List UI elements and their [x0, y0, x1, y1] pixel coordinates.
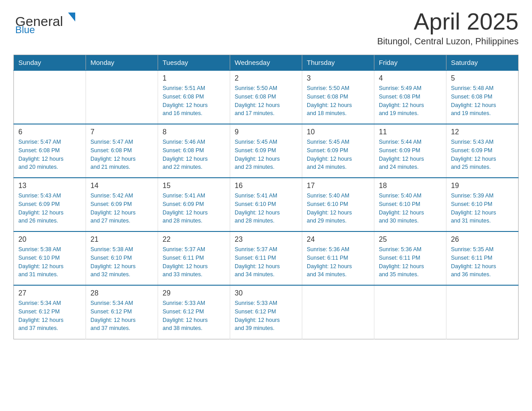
calendar-cell: 14Sunrise: 5:42 AMSunset: 6:09 PMDayligh…: [86, 178, 158, 231]
day-number: 5: [451, 74, 514, 82]
calendar-header-friday: Friday: [374, 55, 446, 71]
calendar-cell: [446, 285, 519, 339]
day-number: 7: [90, 128, 153, 136]
day-number: 24: [307, 235, 369, 244]
calendar-cell: 29Sunrise: 5:33 AMSunset: 6:12 PMDayligh…: [158, 285, 230, 339]
calendar-cell: 12Sunrise: 5:43 AMSunset: 6:09 PMDayligh…: [446, 124, 519, 178]
calendar-cell: 24Sunrise: 5:36 AMSunset: 6:11 PMDayligh…: [302, 231, 374, 285]
calendar-cell: 19Sunrise: 5:39 AMSunset: 6:10 PMDayligh…: [446, 178, 519, 231]
calendar-cell: [302, 285, 374, 339]
day-number: 11: [379, 128, 442, 136]
calendar-cell: [374, 285, 446, 339]
day-info: Sunrise: 5:37 AMSunset: 6:11 PMDaylight:…: [163, 245, 225, 279]
calendar-cell: 16Sunrise: 5:41 AMSunset: 6:10 PMDayligh…: [230, 178, 302, 231]
day-info: Sunrise: 5:46 AMSunset: 6:08 PMDaylight:…: [163, 138, 225, 171]
day-info: Sunrise: 5:47 AMSunset: 6:08 PMDaylight:…: [18, 138, 81, 171]
calendar-header-monday: Monday: [86, 55, 158, 71]
calendar-cell: 21Sunrise: 5:38 AMSunset: 6:10 PMDayligh…: [86, 231, 158, 285]
svg-text:Blue: Blue: [15, 24, 35, 34]
day-number: 14: [90, 182, 153, 190]
day-info: Sunrise: 5:33 AMSunset: 6:12 PMDaylight:…: [235, 299, 297, 333]
day-info: Sunrise: 5:36 AMSunset: 6:11 PMDaylight:…: [307, 245, 369, 279]
logo: General Blue: [13, 9, 94, 34]
calendar-cell: 8Sunrise: 5:46 AMSunset: 6:08 PMDaylight…: [158, 124, 230, 178]
day-info: Sunrise: 5:41 AMSunset: 6:10 PMDaylight:…: [235, 192, 297, 225]
calendar-cell: 13Sunrise: 5:43 AMSunset: 6:09 PMDayligh…: [14, 178, 86, 231]
calendar-cell: [14, 70, 86, 124]
day-number: 15: [163, 182, 225, 190]
day-info: Sunrise: 5:50 AMSunset: 6:08 PMDaylight:…: [307, 84, 369, 118]
calendar-week-row: 6Sunrise: 5:47 AMSunset: 6:08 PMDaylight…: [14, 124, 519, 178]
calendar-cell: 18Sunrise: 5:40 AMSunset: 6:10 PMDayligh…: [374, 178, 446, 231]
day-info: Sunrise: 5:34 AMSunset: 6:12 PMDaylight:…: [18, 299, 81, 333]
calendar-cell: 27Sunrise: 5:34 AMSunset: 6:12 PMDayligh…: [14, 285, 86, 339]
calendar-cell: [86, 70, 158, 124]
day-info: Sunrise: 5:33 AMSunset: 6:12 PMDaylight:…: [163, 299, 225, 333]
day-info: Sunrise: 5:45 AMSunset: 6:09 PMDaylight:…: [307, 138, 369, 171]
svg-marker-1: [68, 13, 75, 21]
day-number: 13: [18, 182, 81, 190]
day-info: Sunrise: 5:40 AMSunset: 6:10 PMDaylight:…: [379, 192, 442, 225]
day-info: Sunrise: 5:38 AMSunset: 6:10 PMDaylight:…: [18, 245, 81, 279]
day-number: 16: [235, 182, 297, 190]
day-number: 18: [379, 182, 442, 190]
day-number: 27: [18, 289, 81, 297]
day-info: Sunrise: 5:41 AMSunset: 6:09 PMDaylight:…: [163, 192, 225, 225]
calendar-cell: 20Sunrise: 5:38 AMSunset: 6:10 PMDayligh…: [14, 231, 86, 285]
calendar-cell: 3Sunrise: 5:50 AMSunset: 6:08 PMDaylight…: [302, 70, 374, 124]
day-number: 8: [163, 128, 225, 136]
day-info: Sunrise: 5:51 AMSunset: 6:08 PMDaylight:…: [163, 84, 225, 118]
calendar-week-row: 1Sunrise: 5:51 AMSunset: 6:08 PMDaylight…: [14, 70, 519, 124]
calendar-week-row: 27Sunrise: 5:34 AMSunset: 6:12 PMDayligh…: [14, 285, 519, 339]
day-number: 2: [235, 74, 297, 82]
day-number: 26: [451, 235, 514, 244]
calendar-header-saturday: Saturday: [446, 55, 519, 71]
day-number: 29: [163, 289, 225, 297]
day-number: 3: [307, 74, 369, 82]
day-info: Sunrise: 5:43 AMSunset: 6:09 PMDaylight:…: [18, 192, 81, 225]
day-info: Sunrise: 5:37 AMSunset: 6:11 PMDaylight:…: [235, 245, 297, 279]
calendar-cell: 15Sunrise: 5:41 AMSunset: 6:09 PMDayligh…: [158, 178, 230, 231]
day-number: 23: [235, 235, 297, 244]
calendar-header-tuesday: Tuesday: [158, 55, 230, 71]
calendar-week-row: 20Sunrise: 5:38 AMSunset: 6:10 PMDayligh…: [14, 231, 519, 285]
logo-svg: General Blue: [13, 9, 94, 34]
day-number: 6: [18, 128, 81, 136]
calendar-table: SundayMondayTuesdayWednesdayThursdayFrid…: [13, 55, 519, 339]
day-info: Sunrise: 5:49 AMSunset: 6:08 PMDaylight:…: [379, 84, 442, 118]
day-number: 28: [90, 289, 153, 297]
day-info: Sunrise: 5:47 AMSunset: 6:08 PMDaylight:…: [90, 138, 153, 171]
calendar-header-wednesday: Wednesday: [230, 55, 302, 71]
calendar-week-row: 13Sunrise: 5:43 AMSunset: 6:09 PMDayligh…: [14, 178, 519, 231]
calendar-cell: 2Sunrise: 5:50 AMSunset: 6:08 PMDaylight…: [230, 70, 302, 124]
calendar-cell: 17Sunrise: 5:40 AMSunset: 6:10 PMDayligh…: [302, 178, 374, 231]
calendar-cell: 22Sunrise: 5:37 AMSunset: 6:11 PMDayligh…: [158, 231, 230, 285]
calendar-header-thursday: Thursday: [302, 55, 374, 71]
day-info: Sunrise: 5:43 AMSunset: 6:09 PMDaylight:…: [451, 138, 514, 171]
day-number: 9: [235, 128, 297, 136]
calendar-cell: 1Sunrise: 5:51 AMSunset: 6:08 PMDaylight…: [158, 70, 230, 124]
day-number: 1: [163, 74, 225, 82]
day-number: 12: [451, 128, 514, 136]
day-number: 10: [307, 128, 369, 136]
day-number: 19: [451, 182, 514, 190]
calendar-cell: 10Sunrise: 5:45 AMSunset: 6:09 PMDayligh…: [302, 124, 374, 178]
day-info: Sunrise: 5:48 AMSunset: 6:08 PMDaylight:…: [451, 84, 514, 118]
day-number: 30: [235, 289, 297, 297]
day-number: 20: [18, 235, 81, 244]
day-info: Sunrise: 5:38 AMSunset: 6:10 PMDaylight:…: [90, 245, 153, 279]
day-info: Sunrise: 5:45 AMSunset: 6:09 PMDaylight:…: [235, 138, 297, 171]
day-info: Sunrise: 5:50 AMSunset: 6:08 PMDaylight:…: [235, 84, 297, 118]
day-info: Sunrise: 5:36 AMSunset: 6:11 PMDaylight:…: [379, 245, 442, 279]
day-info: Sunrise: 5:34 AMSunset: 6:12 PMDaylight:…: [90, 299, 153, 333]
calendar-cell: 28Sunrise: 5:34 AMSunset: 6:12 PMDayligh…: [86, 285, 158, 339]
day-number: 4: [379, 74, 442, 82]
day-number: 17: [307, 182, 369, 190]
calendar-cell: 11Sunrise: 5:44 AMSunset: 6:09 PMDayligh…: [374, 124, 446, 178]
calendar-cell: 7Sunrise: 5:47 AMSunset: 6:08 PMDaylight…: [86, 124, 158, 178]
calendar-cell: 26Sunrise: 5:35 AMSunset: 6:11 PMDayligh…: [446, 231, 519, 285]
calendar-cell: 5Sunrise: 5:48 AMSunset: 6:08 PMDaylight…: [446, 70, 519, 124]
calendar-cell: 9Sunrise: 5:45 AMSunset: 6:09 PMDaylight…: [230, 124, 302, 178]
month-title: April 2025: [377, 9, 519, 34]
location-title: Bitungol, Central Luzon, Philippines: [377, 36, 519, 47]
